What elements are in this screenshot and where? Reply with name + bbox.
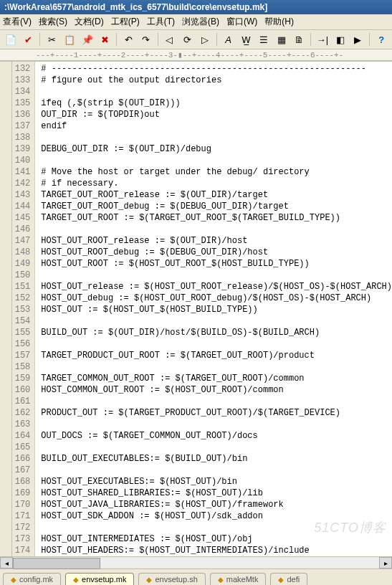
menu-tools[interactable]: 工具(T) bbox=[147, 16, 175, 28]
scroll-right-icon[interactable]: ▸ bbox=[379, 557, 392, 569]
document-tabs: ◆config.mk◆envsetup.mk◆envsetup.sh◆makeM… bbox=[0, 569, 392, 585]
toolbar: 📄 ✔ ✂ 📋 📌 ✖ ↶ ↷ ◁ ⟳ ▷ A W̲ ☰ ▦ 🗎 →| ◧ ▶ … bbox=[0, 30, 392, 49]
toolbar-separator bbox=[369, 33, 370, 46]
tab-label: envsetup.mk bbox=[82, 575, 126, 584]
cut-icon[interactable]: ✂ bbox=[44, 32, 59, 47]
scroll-thumb[interactable] bbox=[13, 558, 100, 569]
run-icon[interactable]: ▶ bbox=[350, 32, 366, 47]
horizontal-scrollbar[interactable]: ◂ ▸ bbox=[0, 556, 392, 569]
paste-icon[interactable]: 📌 bbox=[80, 32, 95, 47]
help-icon[interactable]: ? bbox=[373, 32, 389, 47]
undo-icon[interactable]: ↶ bbox=[120, 32, 136, 47]
menu-help[interactable]: 帮助(H) bbox=[264, 16, 294, 28]
menu-view[interactable]: 查看(V) bbox=[3, 16, 32, 28]
tab-config-mk[interactable]: ◆config.mk bbox=[3, 573, 61, 585]
code-editor[interactable]: 132 133 134 135 136 137 138 139 140 141 … bbox=[12, 62, 392, 556]
tab-defi[interactable]: ◆defi bbox=[270, 573, 307, 585]
modified-dot-icon: ◆ bbox=[11, 576, 16, 584]
toolbar-separator bbox=[216, 33, 217, 46]
window-title: :\WorkArea\6577\android_mtk_ics_6577\bui… bbox=[0, 0, 392, 14]
tab-envsetup-sh[interactable]: ◆envsetup.sh bbox=[138, 573, 205, 585]
settings-icon[interactable]: ☰ bbox=[256, 32, 272, 47]
tab-label: config.mk bbox=[19, 575, 53, 584]
menu-doc[interactable]: 文档(D) bbox=[75, 16, 104, 28]
nav-fwd-icon[interactable]: ▷ bbox=[197, 32, 213, 47]
ruler: ---+----1----+----2----+----3-▮--+----4-… bbox=[0, 49, 392, 61]
toolbar-separator bbox=[158, 33, 158, 46]
spellcheck-icon[interactable]: ✔ bbox=[21, 32, 37, 47]
modified-dot-icon: ◆ bbox=[73, 576, 79, 584]
nav-back-icon[interactable]: ◁ bbox=[162, 32, 178, 47]
menu-search[interactable]: 搜索(S) bbox=[39, 16, 67, 28]
toolbar-separator bbox=[39, 33, 40, 46]
menu-window[interactable]: 窗口(W) bbox=[226, 16, 257, 28]
menu-browser[interactable]: 浏览器(B) bbox=[182, 16, 219, 28]
copy-icon[interactable]: 📋 bbox=[62, 32, 77, 47]
tab-label: makeMtk bbox=[226, 575, 259, 584]
preview-icon[interactable]: 🗎 bbox=[291, 32, 307, 47]
menu-bar: 查看(V) 搜索(S) 文档(D) 工程(P) 工具(T) 浏览器(B) 窗口(… bbox=[0, 14, 392, 30]
tab-makeMtk[interactable]: ◆makeMtk bbox=[210, 573, 267, 585]
delete-icon[interactable]: ✖ bbox=[97, 32, 113, 47]
bookmark-icon[interactable]: ◧ bbox=[333, 32, 348, 47]
menu-project[interactable]: 工程(P) bbox=[111, 16, 140, 28]
toolbar-separator bbox=[116, 33, 117, 46]
tab-label: defi bbox=[287, 575, 300, 584]
modified-dot-icon: ◆ bbox=[278, 576, 284, 584]
goto-icon[interactable]: →| bbox=[315, 32, 330, 47]
scroll-track[interactable] bbox=[13, 558, 379, 568]
scroll-left-icon[interactable]: ◂ bbox=[0, 557, 13, 569]
toolbar-separator bbox=[310, 33, 311, 46]
font-italic-icon[interactable]: A bbox=[221, 32, 236, 47]
grid-icon[interactable]: ▦ bbox=[274, 32, 290, 47]
refresh-icon[interactable]: ⟳ bbox=[179, 32, 195, 47]
tab-envsetup-mk[interactable]: ◆envsetup.mk bbox=[65, 573, 134, 585]
redo-icon[interactable]: ↷ bbox=[138, 32, 154, 47]
tab-label: envsetup.sh bbox=[155, 575, 197, 584]
code-lines[interactable]: # --------------------------------------… bbox=[35, 62, 392, 556]
word-wrap-icon[interactable]: W̲ bbox=[238, 32, 254, 47]
editor-area: 132 133 134 135 136 137 138 139 140 141 … bbox=[0, 61, 392, 556]
left-gutter bbox=[0, 62, 12, 556]
line-numbers: 132 133 134 135 136 137 138 139 140 141 … bbox=[12, 62, 35, 556]
new-icon[interactable]: 📄 bbox=[3, 32, 19, 47]
modified-dot-icon: ◆ bbox=[218, 576, 224, 584]
modified-dot-icon: ◆ bbox=[146, 576, 152, 584]
